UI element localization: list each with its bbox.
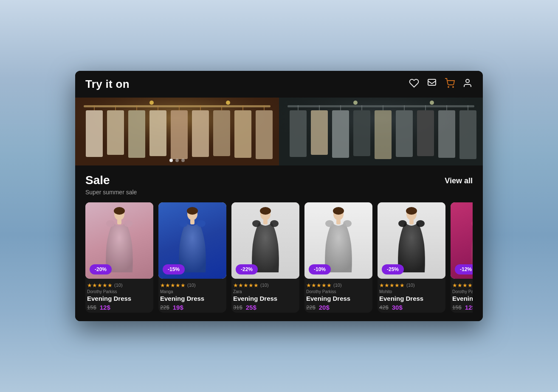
product-info: ★★★★★ (10) Manga Evening Dress 22$ 19$ — [158, 279, 226, 313]
original-price: 15$ — [87, 304, 96, 311]
hero-right-panel — [279, 98, 483, 165]
svg-point-52 — [106, 220, 115, 227]
cart-icon[interactable] — [445, 78, 455, 91]
brand-name: Mohito — [379, 289, 444, 294]
price-row: 15$ 12$ — [452, 304, 473, 311]
product-card[interactable]: -10% ★★★★★ (10) Dorothy Parkiss Evening … — [304, 202, 372, 313]
svg-rect-24 — [256, 110, 273, 159]
svg-rect-6 — [84, 105, 271, 107]
svg-rect-45 — [438, 110, 455, 158]
header: Try it on — [75, 71, 483, 98]
svg-point-48 — [353, 101, 358, 105]
svg-rect-14 — [149, 110, 166, 156]
original-price: 22$ — [160, 304, 169, 311]
svg-rect-54 — [117, 219, 121, 224]
svg-point-63 — [270, 220, 279, 227]
product-name: Evening Dress — [306, 295, 371, 302]
sale-title: Sale — [85, 174, 137, 187]
discount-badge: -12% — [455, 264, 473, 274]
product-card[interactable]: -12% ★★★★☆ (10) Dorothy Parki... Evening… — [451, 202, 473, 313]
svg-point-71 — [406, 207, 417, 215]
wishlist-icon[interactable] — [409, 78, 419, 91]
product-name: Evening Dress — [160, 295, 225, 302]
svg-point-67 — [325, 220, 334, 227]
discount-badge: -22% — [236, 264, 258, 274]
discount-badge: -20% — [90, 264, 112, 274]
product-image: -25% — [378, 202, 445, 279]
product-image: -15% — [158, 202, 226, 279]
message-icon[interactable] — [427, 78, 437, 91]
product-image: -22% — [231, 202, 299, 279]
carousel-dot-3[interactable] — [181, 159, 185, 162]
svg-rect-29 — [287, 105, 474, 107]
svg-rect-41 — [396, 110, 413, 157]
svg-point-66 — [333, 207, 344, 215]
sale-subtitle: Super summer sale — [85, 189, 137, 196]
svg-rect-10 — [107, 110, 124, 155]
hero-left-panel — [75, 98, 279, 165]
product-name: Evening Dress — [379, 295, 444, 302]
price-row: 22$ 20$ — [306, 304, 371, 311]
product-info: ★★★★★ (10) Zara Evening Dress 31$ 25$ — [231, 279, 299, 313]
sale-price: 12$ — [100, 304, 110, 311]
sale-header: Sale Super summer sale View all — [85, 174, 473, 196]
svg-rect-37 — [353, 110, 370, 156]
sale-title-group: Sale Super summer sale — [85, 174, 137, 196]
svg-rect-20 — [213, 110, 230, 156]
price-row: 42$ 30$ — [379, 304, 444, 311]
carousel-dot-2[interactable] — [175, 159, 179, 162]
original-price: 15$ — [452, 304, 462, 311]
product-card[interactable]: -22% ★★★★★ (10) Zara Evening Dress 31$ 2… — [231, 202, 299, 313]
brand-name: Dorothy Parki... — [452, 289, 473, 294]
product-card[interactable]: -25% ★★★★★ (10) Mohito Evening Dress 42$… — [378, 202, 445, 313]
account-icon[interactable] — [462, 78, 473, 91]
stars-row: ★★★★★ (10) — [306, 282, 371, 288]
svg-point-56 — [187, 207, 198, 215]
svg-rect-31 — [290, 110, 307, 157]
product-info: ★★★★★ (10) Dorothy Parkiss Evening Dress… — [304, 279, 372, 313]
price-row: 22$ 19$ — [160, 304, 225, 311]
product-card[interactable]: -15% ★★★★★ (10) Manga Evening Dress 22$ … — [158, 202, 226, 313]
svg-rect-74 — [409, 219, 414, 224]
price-row: 31$ 25$ — [233, 304, 298, 311]
svg-rect-35 — [332, 110, 349, 158]
star-rating: ★★★★★ — [306, 282, 332, 288]
svg-rect-59 — [190, 219, 194, 224]
product-name: Evening... — [452, 295, 473, 302]
product-image: -12% — [451, 202, 473, 279]
sale-price: 30$ — [392, 304, 403, 311]
product-info: ★★★★☆ (10) Dorothy Parki... Evening... 1… — [451, 279, 473, 313]
products-row: -20% ★★★★★ (10) Dorothy Parkiss Evening … — [85, 202, 473, 313]
svg-rect-12 — [128, 110, 145, 158]
svg-point-53 — [124, 220, 132, 227]
stars-row: ★★★★★ (10) — [160, 282, 225, 288]
stars-row: ★★★★★ (10) — [379, 282, 444, 288]
star-rating: ★★★★★ — [160, 282, 186, 288]
stars-row: ★★★★☆ (10) — [452, 282, 473, 288]
svg-point-77 — [471, 220, 473, 227]
product-image: -20% — [85, 202, 153, 279]
carousel-dots — [169, 159, 185, 162]
svg-point-26 — [226, 101, 230, 105]
svg-point-1 — [448, 87, 449, 87]
discount-badge: -10% — [309, 264, 331, 274]
product-card[interactable]: -20% ★★★★★ (10) Dorothy Parkiss Evening … — [85, 202, 153, 313]
header-icons — [409, 78, 473, 91]
star-rating: ★★★★★ — [233, 282, 259, 288]
review-count: (10) — [260, 283, 269, 288]
svg-point-25 — [149, 101, 154, 105]
sale-price: 20$ — [319, 304, 330, 311]
discount-badge: -25% — [382, 264, 404, 274]
price-row: 15$ 12$ — [87, 304, 152, 311]
svg-point-58 — [197, 220, 206, 227]
product-name: Evening Dress — [87, 295, 152, 302]
svg-point-3 — [466, 79, 469, 83]
sale-section: Sale Super summer sale View all — [75, 165, 483, 321]
svg-rect-39 — [375, 110, 392, 159]
star-rating: ★★★★★ — [379, 282, 405, 288]
svg-rect-16 — [171, 110, 188, 159]
view-all-button[interactable]: View all — [445, 176, 473, 185]
carousel-dot-1[interactable] — [169, 159, 173, 162]
svg-point-57 — [179, 220, 188, 227]
brand-name: Manga — [160, 289, 225, 294]
